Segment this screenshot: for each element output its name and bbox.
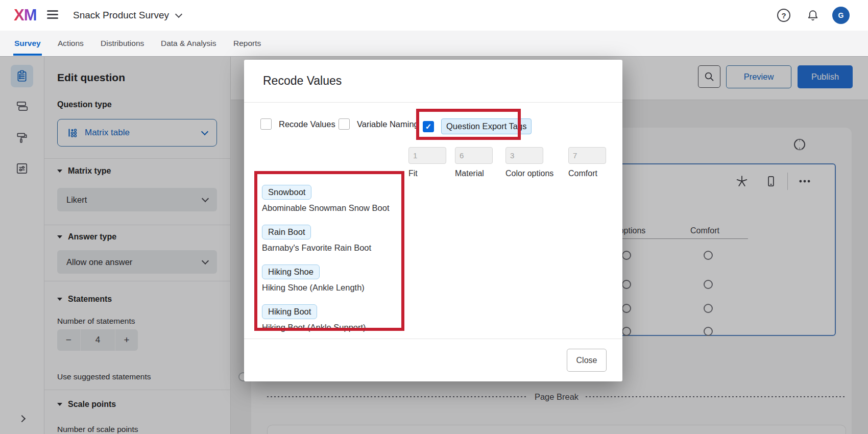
survey-title: Snack Product Survey [73,10,169,21]
divider [244,102,622,103]
recode-field-material: Material [455,147,493,178]
recode-field-comfort: Comfort [568,147,606,178]
notifications-bell-icon[interactable] [806,8,820,22]
checkbox-variable-naming[interactable]: Variable Naming [339,118,419,130]
chevron-down-icon [175,11,182,18]
hamburger-menu-icon[interactable] [47,10,58,20]
user-avatar[interactable]: G [832,7,850,24]
checkbox-icon [260,118,272,130]
modal-title: Recode Values [263,74,342,88]
recode-input[interactable] [568,147,606,164]
recode-field-color-options: Color options [505,147,553,178]
survey-title-dropdown[interactable]: Snack Product Survey [73,0,181,31]
annotation-box-export-tags-list [254,171,404,331]
recode-field-label: Comfort [568,169,606,178]
tab-data-analysis[interactable]: Data & Analysis [161,31,216,56]
recode-field-label: Material [455,169,493,178]
annotation-box-question-export-tags [416,109,521,140]
close-button[interactable]: Close [567,349,607,372]
recode-input[interactable] [455,147,493,164]
app-window: XM Snack Product Survey ? G Survey Actio… [0,0,868,434]
main-nav-tabs: Survey Actions Distributions Data & Anal… [0,31,868,57]
help-icon[interactable]: ? [777,9,790,22]
recode-field-label: Fit [408,169,446,178]
checkbox-icon [339,118,350,130]
recode-input[interactable] [408,147,446,164]
tab-distributions[interactable]: Distributions [101,31,144,56]
tab-reports[interactable]: Reports [233,31,261,56]
checkbox-recode-values[interactable]: Recode Values [260,118,335,130]
xm-logo: XM [14,6,37,25]
tab-survey[interactable]: Survey [14,31,41,56]
recode-field-fit: Fit [408,147,446,178]
tab-actions[interactable]: Actions [58,31,84,56]
top-bar: XM Snack Product Survey ? G [0,0,868,31]
recode-field-label: Color options [505,169,553,178]
divider [244,339,622,339]
recode-input[interactable] [505,147,543,164]
